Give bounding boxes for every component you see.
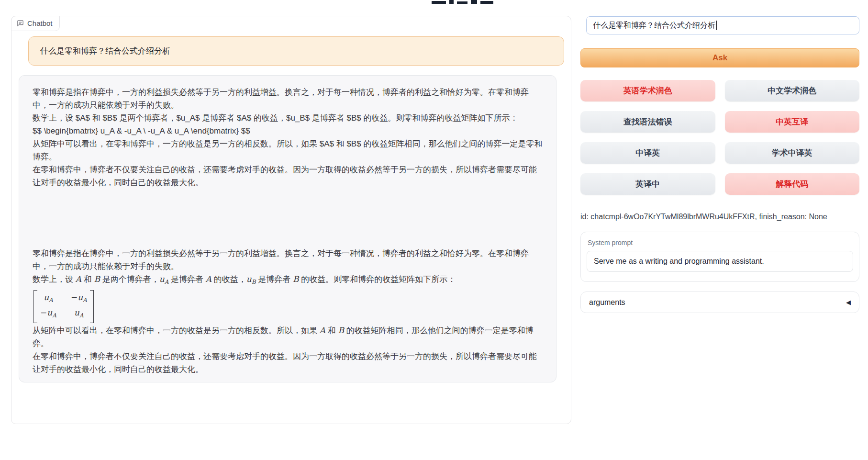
ask-button[interactable]: Ask xyxy=(580,48,859,67)
matrix-cell: uA xyxy=(40,292,56,306)
payoff-matrix: uA −uA −uA uA xyxy=(33,290,94,323)
matrix-cell: −uA xyxy=(40,307,56,322)
preset-button-zh-to-en[interactable]: 中译英 xyxy=(580,142,715,164)
status-text: id: chatcmpl-6wOo7KrYTwMl89lbrMWRu4UkFFX… xyxy=(580,213,868,221)
matrix-cell: −uA xyxy=(71,292,87,306)
chatbot-label: Chatbot xyxy=(11,16,60,31)
bot-paragraph: 从矩阵中可以看出，在零和博弈中，一方的收益是另一方的相反数。所以，如果 $A$ … xyxy=(33,137,543,163)
bot-paragraph-latex-source: $$ \begin{bmatrix} u_A & -u_A \ -u_A & u… xyxy=(33,124,543,137)
app-root: Chatbot 什么是零和博弈？结合公式介绍分析 零和博弈是指在博弈中，一方的利… xyxy=(0,0,868,460)
preset-button-grid: 英语学术润色 中文学术润色 查找语法错误 中英互译 中译英 学术中译英 英译中 … xyxy=(580,80,859,195)
system-prompt-input[interactable]: Serve me as a writing and programming as… xyxy=(587,251,853,272)
bot-paragraph: 在零和博弈中，博弈者不仅要关注自己的收益，还需要考虑对手的收益。因为一方取得的收… xyxy=(33,350,543,376)
preset-button-find-grammar-errors[interactable]: 查找语法错误 xyxy=(580,111,715,133)
system-prompt-card: System prompt Serve me as a writing and … xyxy=(580,232,859,282)
preset-button-zh-en-mutual-translate[interactable]: 中英互译 xyxy=(725,111,860,133)
arguments-accordion-label: arguments xyxy=(589,298,625,307)
user-message-bubble: 什么是零和博弈？结合公式介绍分析 xyxy=(28,36,564,66)
preset-button-academic-zh-to-en[interactable]: 学术中译英 xyxy=(725,142,860,164)
system-prompt-label: System prompt xyxy=(588,239,853,247)
system-prompt-value: Serve me as a writing and programming as… xyxy=(594,257,764,266)
chatbot-label-text: Chatbot xyxy=(27,19,53,27)
chatbot-panel[interactable]: Chatbot 什么是零和博弈？结合公式介绍分析 零和博弈是指在博弈中，一方的利… xyxy=(11,16,571,424)
bot-message-raw-block: 零和博弈是指在博弈中，一方的利益损失必然等于另一方的利益增益。换言之，对于每一种… xyxy=(33,86,543,189)
question-input-value: 什么是零和博弈？结合公式介绍分析 xyxy=(593,21,715,31)
bot-message-rendered-block: 零和博弈是指在博弈中，一方的利益损失必然等于另一方的利益增益。换言之，对于每一种… xyxy=(33,247,543,376)
preset-button-english-polish[interactable]: 英语学术润色 xyxy=(580,80,715,101)
question-input[interactable]: 什么是零和博弈？结合公式介绍分析 xyxy=(586,16,859,34)
matrix-cell: uA xyxy=(71,307,87,322)
bot-paragraph-math: 从矩阵中可以看出，在零和博弈中，一方的收益是另一方的相反数。所以，如果 A 和 … xyxy=(33,324,543,350)
preset-button-explain-code[interactable]: 解释代码 xyxy=(725,173,860,195)
preset-button-chinese-polish[interactable]: 中文学术润色 xyxy=(725,80,860,101)
bot-paragraph: 零和博弈是指在博弈中，一方的利益损失必然等于另一方的利益增益。换言之，对于每一种… xyxy=(33,247,543,273)
accordion-collapsed-triangle-icon: ◀ xyxy=(846,299,851,306)
user-message-text: 什么是零和博弈？结合公式介绍分析 xyxy=(40,45,170,56)
text-caret xyxy=(716,21,717,30)
bot-paragraph: 在零和博弈中，博弈者不仅要关注自己的收益，还需要考虑对手的收益。因为一方取得的收… xyxy=(33,163,543,189)
clipped-page-title xyxy=(432,0,495,4)
bot-paragraph: 数学上，设 $A$ 和 $B$ 是两个博弈者，$u_A$ 是博弈者 $A$ 的收… xyxy=(33,112,543,124)
arguments-accordion-header[interactable]: arguments ◀ xyxy=(580,292,859,313)
bot-paragraph: 零和博弈是指在博弈中，一方的利益损失必然等于另一方的利益增益。换言之，对于每一种… xyxy=(33,86,543,112)
chat-bubble-icon xyxy=(17,20,24,27)
bot-message-bubble: 零和博弈是指在博弈中，一方的利益损失必然等于另一方的利益增益。换言之，对于每一种… xyxy=(19,75,556,382)
preset-button-en-to-zh[interactable]: 英译中 xyxy=(580,173,715,195)
bot-paragraph-math: 数学上，设 A 和 B 是两个博弈者，uA 是博弈者 A 的收益，uB 是博弈者… xyxy=(33,273,543,289)
